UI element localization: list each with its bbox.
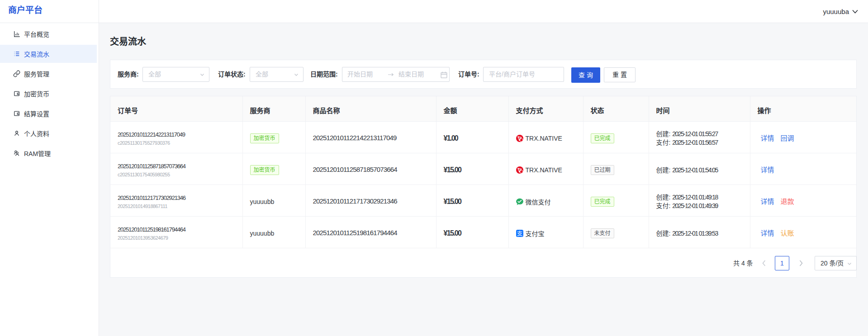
svg-text:支: 支 — [517, 231, 522, 237]
